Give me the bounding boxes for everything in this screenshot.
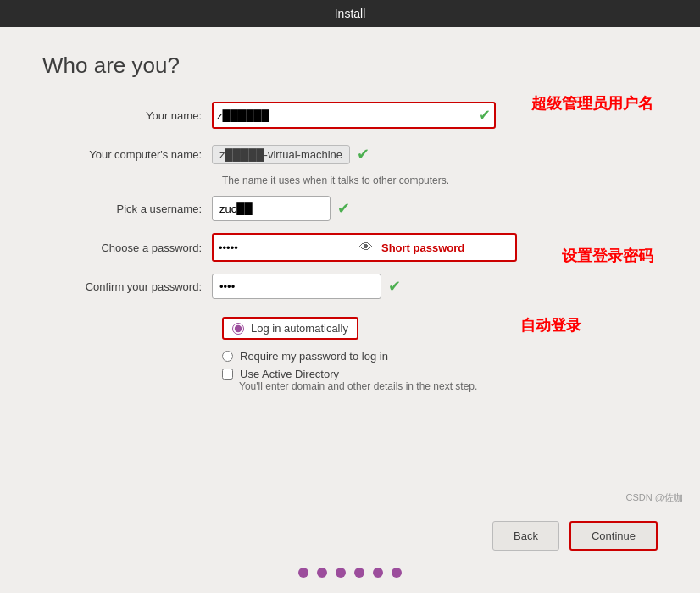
require-password-label[interactable]: Require my password to log in bbox=[240, 350, 388, 363]
your-name-check-icon: ✔ bbox=[478, 106, 491, 125]
your-name-input[interactable] bbox=[217, 104, 471, 126]
your-name-input-group: ✔ bbox=[212, 102, 496, 129]
password-input[interactable] bbox=[219, 236, 354, 258]
titlebar: Install bbox=[0, 0, 700, 27]
autologin-radio-group: Log in automatically bbox=[222, 317, 358, 340]
active-directory-checkbox[interactable] bbox=[222, 369, 233, 380]
require-password-option: Require my password to log in bbox=[222, 350, 658, 363]
password-visibility-toggle[interactable]: 👁 bbox=[359, 240, 373, 255]
button-row: Back Continue bbox=[42, 521, 658, 551]
progress-dots bbox=[298, 568, 402, 578]
dot-1 bbox=[298, 568, 308, 578]
computer-name-check-icon: ✔ bbox=[357, 145, 369, 163]
computer-name-value: z█████-virtual-machine bbox=[212, 145, 350, 164]
your-name-label: Your name: bbox=[59, 109, 212, 122]
dot-6 bbox=[392, 568, 402, 578]
back-button[interactable]: Back bbox=[492, 521, 559, 551]
password-input-group: 👁 Short password bbox=[212, 233, 517, 262]
autologin-option: Log in automatically bbox=[222, 317, 658, 345]
autologin-radio[interactable] bbox=[232, 323, 244, 335]
autologin-label[interactable]: Log in automatically bbox=[251, 322, 348, 335]
computer-name-row: Your computer's name: z█████-virtual-mac… bbox=[59, 139, 658, 169]
footer: Back Continue bbox=[0, 513, 700, 593]
username-input[interactable] bbox=[212, 196, 331, 221]
confirm-password-row: Confirm your password: ✔ bbox=[59, 271, 658, 302]
main-content: Who are you? 超级管理员用户名 设置登录密码 自动登录 Your n… bbox=[0, 27, 700, 513]
dot-2 bbox=[317, 568, 327, 578]
computer-name-label: Your computer's name: bbox=[59, 148, 212, 161]
username-label: Pick a username: bbox=[59, 202, 212, 215]
dot-4 bbox=[354, 568, 364, 578]
watermark: CSDN @佐咖 bbox=[626, 491, 683, 504]
username-row: Pick a username: ✔ bbox=[59, 193, 658, 224]
active-directory-option: Use Active Directory bbox=[222, 368, 658, 380]
confirm-label: Confirm your password: bbox=[59, 280, 212, 293]
options-section: Log in automatically Require my password… bbox=[222, 317, 658, 399]
confirm-password-input[interactable] bbox=[212, 274, 381, 299]
annotation-superadmin: 超级管理员用户名 bbox=[531, 93, 653, 114]
computer-name-hint: The name it uses when it talks to other … bbox=[222, 175, 658, 186]
annotation-autologin: 自动登录 bbox=[520, 315, 581, 335]
active-directory-hint: You'll enter domain and other details in… bbox=[239, 380, 658, 392]
page-title: Who are you? bbox=[42, 53, 658, 79]
active-directory-label[interactable]: Use Active Directory bbox=[240, 368, 339, 380]
short-password-warning: Short password bbox=[381, 241, 464, 254]
password-label: Choose a password: bbox=[59, 241, 212, 254]
confirm-check-icon: ✔ bbox=[388, 277, 401, 296]
annotation-password: 设置登录密码 bbox=[562, 246, 653, 266]
continue-button[interactable]: Continue bbox=[569, 521, 658, 551]
username-check-icon: ✔ bbox=[337, 199, 350, 218]
dot-5 bbox=[373, 568, 383, 578]
titlebar-label: Install bbox=[335, 7, 366, 20]
require-password-radio[interactable] bbox=[222, 351, 233, 362]
dot-3 bbox=[336, 568, 346, 578]
